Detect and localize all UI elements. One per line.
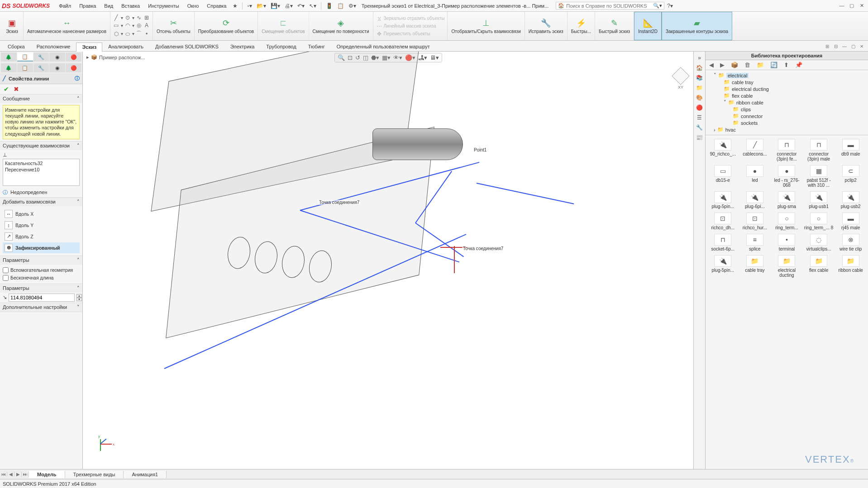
doc-max-icon[interactable]: ▢ — [849, 44, 857, 51]
library-item[interactable]: 🔌plug-usb1 — [803, 190, 835, 210]
search-go-icon[interactable]: 🔍▾ — [653, 3, 662, 9]
tree-connector[interactable]: 📁connector — [708, 113, 865, 119]
library-item[interactable]: 🔌plug-5pin... — [707, 190, 739, 210]
new-doc-icon[interactable]: ▫▾ — [245, 2, 253, 10]
nav-last-icon[interactable]: ⏭ — [22, 472, 29, 477]
pm-tab2-3[interactable]: 🔧 — [33, 63, 49, 72]
lib-fwd-icon[interactable]: ▶ — [720, 62, 725, 68]
tp-expand-icon[interactable]: » — [695, 53, 704, 62]
pm-tab2-4[interactable]: ◉ — [49, 63, 65, 72]
nav-prev-icon[interactable]: ◀ — [7, 472, 14, 477]
relation-item[interactable]: Пересечение10 — [4, 166, 78, 173]
library-item[interactable]: ⊗wire tie clip — [835, 233, 866, 252]
select-icon[interactable]: ↖▾ — [307, 2, 318, 10]
library-item[interactable]: ⊓connector (3pin) fe... — [771, 138, 802, 162]
search-input[interactable] — [566, 3, 651, 9]
rebuild-icon[interactable]: 🚦 — [324, 2, 334, 10]
library-item[interactable]: 🔌90_richco_... — [707, 138, 739, 162]
relation-fixed[interactable]: ⊕Зафиксированный — [3, 242, 80, 253]
library-item[interactable]: ▭db15-e — [707, 164, 739, 189]
orientation-widget[interactable]: XY — [674, 70, 687, 90]
cmd-tab[interactable]: Эскиз — [76, 43, 102, 52]
menu-window[interactable]: Окно — [184, 2, 203, 9]
tp-home-icon[interactable]: 🏠 — [695, 63, 704, 72]
library-item[interactable]: 📁ribbon cable — [835, 254, 866, 279]
doc-tile2-icon[interactable]: ⊟ — [832, 44, 839, 51]
pm-cancel-button[interactable]: ✖ — [14, 85, 19, 93]
library-item[interactable]: ≡splice — [739, 233, 771, 252]
doc-close-icon[interactable]: ✕ — [858, 44, 865, 51]
tp-design-library-icon[interactable]: 📚 — [695, 73, 704, 82]
library-item[interactable]: 📁flex cable — [803, 254, 835, 279]
tree-electrical[interactable]: ˅📁electrical — [708, 72, 865, 79]
cmd-tab[interactable]: Расположение — [31, 42, 76, 51]
lib-add-icon[interactable]: 📦 — [731, 62, 738, 68]
open-icon[interactable]: 📂▾ — [255, 2, 268, 10]
library-item[interactable]: ⊓connector (3pin) male — [803, 138, 835, 162]
options-icon[interactable]: 📋 — [335, 2, 346, 10]
section-options-header[interactable]: Параметры˄ — [0, 256, 82, 265]
tp-forum-icon[interactable]: 🔧 — [695, 123, 704, 132]
maximize-button[interactable]: ▢ — [847, 3, 856, 9]
lib-newfolder-icon[interactable]: 📁 — [757, 62, 764, 68]
help-search[interactable]: 🏠 🔍▾ — [556, 2, 664, 9]
length-spinner[interactable]: ▲▼ — [76, 294, 82, 301]
print-icon[interactable]: 🖨▾ — [283, 2, 295, 10]
tree-electrical-ducting[interactable]: 📁electrical ducting — [708, 85, 865, 92]
undo-icon[interactable]: ↶▾ — [296, 2, 306, 10]
cmd-tab[interactable]: Тюбинг — [302, 42, 331, 51]
library-item[interactable]: ○ring_term_... 8 — [803, 212, 835, 231]
doc-min-icon[interactable]: — — [841, 44, 848, 51]
library-item[interactable]: 📁electrical ducting — [771, 254, 802, 279]
tp-subscription-icon[interactable]: 📰 — [695, 133, 704, 142]
menu-insert[interactable]: Вставка — [118, 2, 143, 9]
tree-ribbon-cable[interactable]: ˅📁ribbon cable — [708, 99, 865, 106]
settings-icon[interactable]: ⚙▾ — [347, 2, 358, 10]
menu-view[interactable]: Вид — [100, 2, 117, 9]
relation-along-y[interactable]: ↕Вдоль Y — [3, 220, 80, 231]
ribbon-convert[interactable]: ⟳ Преобразование объектов — [195, 12, 258, 40]
tree-flex-cable[interactable]: 📁flex cable — [708, 92, 865, 99]
rect-tool[interactable]: ▭▾ ◠▾ ◎ A — [112, 22, 151, 29]
tree-cable-tray[interactable]: 📁cable tray — [708, 79, 865, 85]
nav-first-icon[interactable]: ⏮ — [0, 472, 7, 477]
help-icon[interactable]: ?▾ — [665, 2, 675, 10]
relation-along-x[interactable]: ↔Вдоль X — [3, 208, 80, 219]
minimize-button[interactable]: — — [837, 3, 846, 9]
library-item[interactable]: 🔌plug-6pi... — [739, 190, 771, 210]
ribbon-rapid[interactable]: ⚡ Быстры... — [568, 12, 595, 40]
ribbon-dimension[interactable]: ↔ Автоматическое нанесение размеров — [24, 12, 110, 40]
tp-view-palette-icon[interactable]: 🎨 — [695, 93, 704, 102]
line-tool[interactable]: ╱▾ ⊙▾ ∿ ⊞ — [112, 14, 151, 21]
section-message-header[interactable]: Сообщение˄ — [0, 95, 82, 103]
doc-tab[interactable]: Анимация1 — [124, 471, 167, 478]
checkbox-construction[interactable]: Вспомогательная геометрия — [3, 266, 80, 274]
ribbon-sketch[interactable]: ▣ Эскиз — [1, 12, 24, 40]
pm-tab2-5[interactable]: 🔴 — [66, 63, 81, 72]
library-item[interactable]: ⊂pclip2 — [835, 164, 866, 189]
library-tree[interactable]: ˅📁electrical 📁cable tray 📁electrical duc… — [706, 70, 868, 135]
library-item[interactable]: ▬db9 male — [835, 138, 866, 162]
cmd-tab[interactable]: Анализировать — [102, 42, 149, 51]
ribbon-repair[interactable]: 🔧 Исправить эскиз — [525, 12, 568, 40]
relation-along-z[interactable]: ↗Вдоль Z — [3, 231, 80, 242]
pm-tab-display[interactable]: ◉ — [49, 52, 65, 62]
library-item[interactable]: ◌virtualclips... — [803, 233, 835, 252]
existing-relations-list[interactable]: Касательность32 Пересечение10 — [3, 159, 80, 186]
ribbon-rapid-sketch[interactable]: ✎ Быстрый эскиз — [595, 12, 634, 40]
tree-sockets[interactable]: 📁sockets — [708, 119, 865, 126]
menu-help[interactable]: Справка — [203, 2, 230, 9]
nav-next-icon[interactable]: ▶ — [14, 472, 22, 477]
cmd-tab[interactable]: Сборка — [2, 42, 31, 51]
library-item[interactable]: ╱cablecons... — [739, 138, 771, 162]
lib-delete-icon[interactable]: 🗑 — [744, 62, 750, 68]
library-item[interactable]: 📁cable tray — [739, 254, 771, 279]
library-item[interactable]: ○ring_term... — [771, 212, 802, 231]
pm-tab-feature-tree[interactable]: 🌲 — [1, 52, 17, 62]
tree-clips[interactable]: 📁clips — [708, 106, 865, 113]
cmd-tab[interactable]: Добавления SOLIDWORKS — [149, 42, 224, 51]
pm-tab-property[interactable]: 📋 — [17, 52, 33, 62]
ribbon-trim[interactable]: ✂ Отсечь объекты — [153, 12, 195, 40]
library-item[interactable]: ●led — [739, 164, 771, 189]
tp-file-explorer-icon[interactable]: 📁 — [695, 83, 704, 92]
